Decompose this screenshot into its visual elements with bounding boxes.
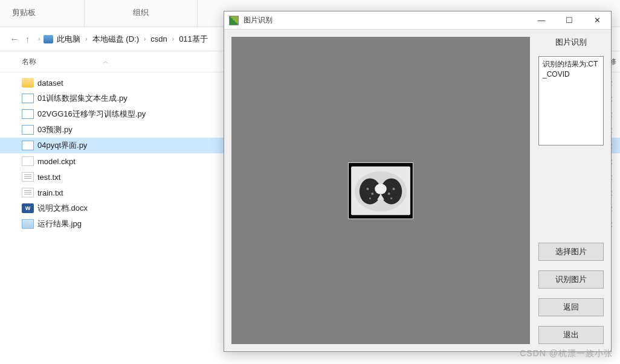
ct-scan-preview (348, 162, 413, 219)
svg-point-10 (388, 192, 390, 194)
recognize-image-button[interactable]: 识别图片 (538, 270, 604, 289)
dialog-title: 图片识别 (244, 15, 528, 25)
py-icon (22, 125, 34, 135)
ribbon-tab-organize[interactable]: 组织 (85, 0, 198, 27)
breadcrumb-item[interactable]: csdn (149, 34, 168, 43)
svg-point-8 (369, 197, 371, 199)
py-icon (22, 109, 34, 119)
ribbon-tab-clipboard[interactable]: 剪贴板 (0, 0, 85, 27)
svg-point-6 (367, 188, 369, 190)
app-icon (229, 16, 239, 25)
watermark: CSDN @杭漂一族小张 (520, 348, 613, 359)
column-name[interactable]: 名称 (22, 57, 36, 67)
chevron-right-icon: › (169, 36, 178, 42)
svg-point-11 (390, 197, 392, 199)
py-icon (22, 141, 34, 150)
back-button[interactable]: 返回 (538, 298, 604, 316)
svg-point-7 (371, 192, 373, 194)
quit-button[interactable]: 退出 (538, 326, 604, 344)
chevron-right-icon: › (34, 36, 44, 42)
dialog-side-panel: 图片识别 识别的结果为:CT_COVID 选择图片 识别图片 返回 退出 (538, 37, 604, 344)
maximize-button[interactable]: ☐ (555, 11, 583, 30)
close-button[interactable]: ✕ (583, 11, 611, 30)
breadcrumb-item[interactable]: 本地磁盘 (D:) (91, 34, 140, 45)
dialog-titlebar[interactable]: 图片识别 — ☐ ✕ (224, 11, 611, 30)
svg-point-9 (393, 188, 395, 190)
py-icon (22, 94, 34, 103)
minimize-button[interactable]: — (528, 11, 555, 30)
select-image-button[interactable]: 选择图片 (538, 243, 604, 261)
nav-up-icon[interactable]: ↑ (21, 34, 34, 44)
side-panel-title: 图片识别 (538, 37, 604, 48)
recognition-result-box: 识别的结果为:CT_COVID (538, 56, 604, 145)
chevron-right-icon: › (140, 36, 149, 42)
ckpt-icon (22, 156, 34, 166)
txt-icon (22, 172, 34, 182)
breadcrumb-item[interactable]: 此电脑 (56, 34, 82, 45)
jpg-icon (22, 219, 34, 229)
docx-icon: W (22, 203, 34, 213)
sort-indicator-icon: ︿ (103, 57, 109, 66)
txt-icon (22, 188, 34, 197)
chevron-right-icon: › (82, 36, 91, 42)
breadcrumb-item[interactable]: 011基于 (178, 34, 209, 45)
pc-icon (44, 35, 53, 43)
image-recognition-dialog: 图片识别 — ☐ ✕ 图片识别 识别的结果为:C (224, 11, 612, 352)
image-canvas (231, 37, 530, 344)
svg-point-5 (375, 184, 387, 194)
folder-icon (22, 78, 34, 88)
